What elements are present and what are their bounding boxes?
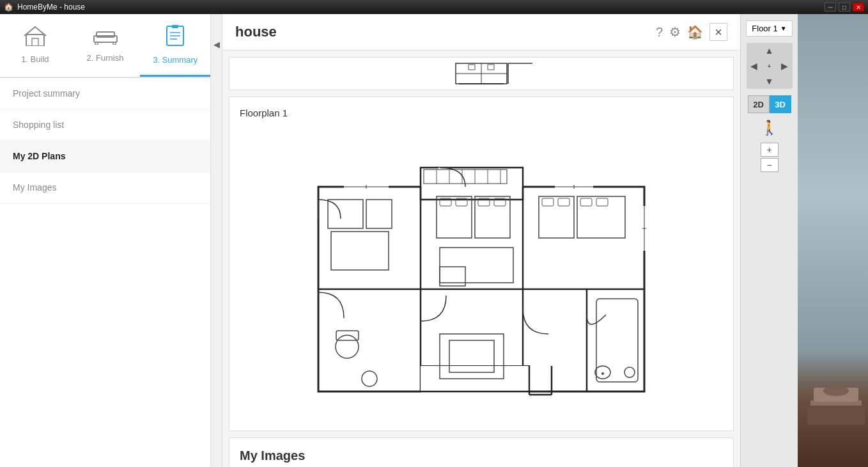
dialog-header: house ? ⚙ 🏠 × xyxy=(222,14,740,51)
app-icon: 🏠 xyxy=(4,3,13,12)
tab-furnish-label: 2. Furnish xyxy=(87,53,124,63)
zoom-in-button[interactable]: + xyxy=(761,143,779,157)
nav-up-button[interactable]: ▲ xyxy=(762,43,777,58)
title-bar-title: 🏠 HomeByMe - house xyxy=(4,3,85,12)
nav-arrows-pad: ▲ ◀ + ▶ ▼ xyxy=(747,43,793,89)
svg-rect-80 xyxy=(807,406,865,425)
tab-summary[interactable]: 3. Summary xyxy=(140,14,210,77)
my-images-section: My Images xyxy=(229,438,734,467)
summary-icon xyxy=(166,25,185,51)
tab-build[interactable]: 1. Build xyxy=(0,14,70,77)
dialog-close-button[interactable]: × xyxy=(709,23,727,41)
tab-furnish[interactable]: 2. Furnish xyxy=(70,14,141,77)
scene-content xyxy=(804,349,865,429)
maximize-button[interactable]: □ xyxy=(839,3,850,12)
floor-dropdown-icon: ▼ xyxy=(780,25,787,32)
help-icon[interactable]: ? xyxy=(656,25,663,40)
collapse-arrow-icon: ◀ xyxy=(213,40,220,49)
partial-plan-svg xyxy=(405,62,558,85)
zoom-buttons: + − xyxy=(761,143,779,172)
svg-rect-7 xyxy=(172,25,178,28)
svg-rect-5 xyxy=(113,42,116,45)
sidebar-item-project-summary[interactable]: Project summary xyxy=(0,78,210,109)
title-bar: 🏠 HomeByMe - house ─ □ ✕ xyxy=(0,0,868,14)
svg-rect-15 xyxy=(488,65,494,70)
furnish-icon xyxy=(93,27,118,49)
3d-scene-preview xyxy=(798,14,868,467)
floorplan-container xyxy=(240,126,723,420)
top-partial-section xyxy=(229,57,734,90)
nav-left-button[interactable]: ◀ xyxy=(747,58,762,74)
controls-panel: Floor 1 ▼ ▲ ◀ + ▶ ▼ 2D 3D 🚶 + − xyxy=(740,14,798,467)
sidebar-item-shopping-list[interactable]: Shopping list xyxy=(0,109,210,141)
title-bar-controls: ─ □ ✕ xyxy=(825,3,864,12)
svg-rect-0 xyxy=(26,35,44,46)
svg-rect-28 xyxy=(421,366,529,393)
floor-selector[interactable]: Floor 1 ▼ xyxy=(746,20,792,36)
my-images-title: My Images xyxy=(240,448,723,463)
sidebar: 1. Build 2. Furnish xyxy=(0,14,211,467)
sidebar-item-my-2d-plans[interactable]: My 2D Plans xyxy=(0,141,210,172)
tab-summary-label: 3. Summary xyxy=(153,55,198,65)
view-2d-button[interactable]: 2D xyxy=(748,95,770,113)
minimize-button[interactable]: ─ xyxy=(825,3,836,12)
sidebar-menu: Project summary Shopping list My 2D Plan… xyxy=(0,78,210,467)
dialog-title: house xyxy=(235,24,277,40)
nav-down-button[interactable]: ▼ xyxy=(762,74,777,89)
tab-build-label: 1. Build xyxy=(21,54,49,64)
floorplan-svg xyxy=(312,148,651,398)
nav-center-button[interactable]: + xyxy=(762,58,777,74)
svg-point-59 xyxy=(601,372,604,375)
svg-rect-1 xyxy=(32,38,38,46)
app-container: 1. Build 2. Furnish xyxy=(0,14,868,467)
sidebar-item-my-images[interactable]: My Images xyxy=(0,172,210,203)
svg-point-79 xyxy=(823,386,849,396)
svg-rect-4 xyxy=(95,42,98,45)
view-mode-buttons: 2D 3D xyxy=(748,95,791,113)
nav-tabs: 1. Build 2. Furnish xyxy=(0,14,210,78)
scene-svg xyxy=(804,349,868,426)
sidebar-collapse-button[interactable]: ◀ xyxy=(211,14,222,467)
svg-rect-14 xyxy=(469,65,475,70)
main-content: house ? ⚙ 🏠 × xyxy=(222,14,740,467)
dialog-header-icons: ? ⚙ 🏠 × xyxy=(656,23,727,41)
floorplan-title: Floorplan 1 xyxy=(240,107,723,118)
build-icon xyxy=(24,26,47,51)
settings-icon[interactable]: ⚙ xyxy=(669,24,681,40)
person-view-button[interactable]: 🚶 xyxy=(761,120,778,136)
close-window-button[interactable]: ✕ xyxy=(853,3,864,12)
zoom-out-button[interactable]: − xyxy=(761,158,779,172)
nav-right-button[interactable]: ▶ xyxy=(777,58,793,74)
home-icon[interactable]: 🏠 xyxy=(687,24,703,40)
floorplan-section: Floorplan 1 xyxy=(229,97,734,431)
view-3d-button[interactable]: 3D xyxy=(770,95,791,113)
